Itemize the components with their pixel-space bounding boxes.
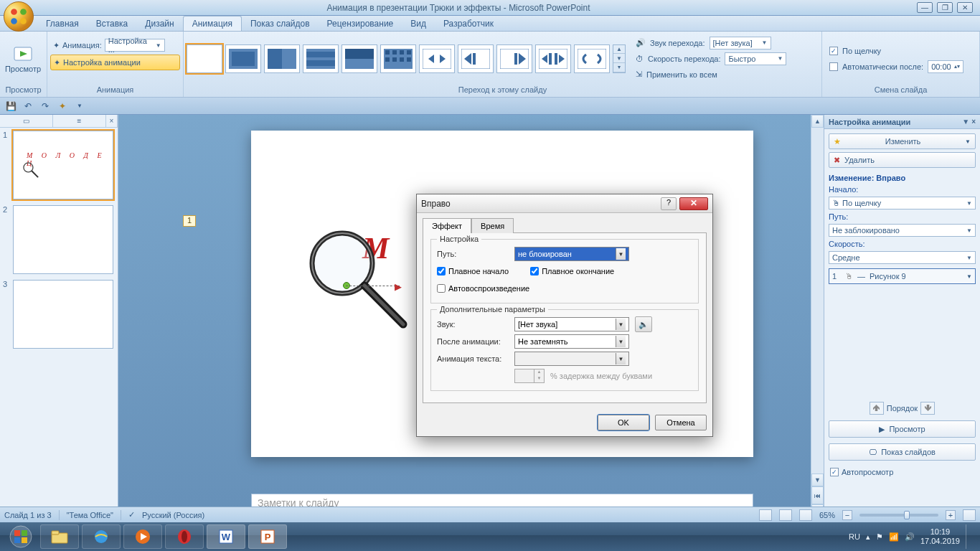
- qat-dropdown[interactable]: ▼: [73, 100, 86, 113]
- move-up[interactable]: 🡹: [870, 402, 884, 415]
- sound-volume-button[interactable]: 🔈: [635, 316, 652, 332]
- transition-item[interactable]: [341, 44, 377, 73]
- scroll-up[interactable]: ▲: [811, 115, 824, 128]
- dialog-tab-timing[interactable]: Время: [471, 218, 514, 233]
- auto-after-time[interactable]: 00:00▴▾: [928, 60, 963, 73]
- transition-item[interactable]: [380, 44, 416, 73]
- animation-dropdown[interactable]: ✦ Анимация: Настройка ...▼: [50, 37, 180, 53]
- start-button[interactable]: [4, 524, 37, 549]
- auto-after-checkbox[interactable]: [829, 62, 838, 71]
- zoom-slider[interactable]: [859, 514, 938, 517]
- sorter-view-button[interactable]: [779, 509, 792, 521]
- effect-menu[interactable]: ▼: [966, 273, 972, 280]
- motion-path[interactable]: [346, 286, 400, 286]
- slide-thumb-2[interactable]: 2: [3, 205, 115, 274]
- panel-tab-slides[interactable]: ▭: [0, 115, 53, 127]
- autopreview-checkbox[interactable]: ✓: [830, 468, 839, 476]
- save-button[interactable]: 💾: [4, 100, 17, 113]
- path-combo[interactable]: Не заблокировано▼: [829, 224, 976, 237]
- taskbar-word[interactable]: W: [207, 524, 245, 549]
- minimize-button[interactable]: —: [917, 2, 933, 13]
- preview-button[interactable]: Просмотр: [3, 34, 43, 84]
- normal-view-button[interactable]: [759, 509, 772, 521]
- panel-tab-outline[interactable]: ≡: [53, 115, 106, 127]
- qat-customize[interactable]: ✦: [56, 100, 69, 113]
- zoom-out[interactable]: −: [842, 510, 852, 520]
- transition-sound-combo[interactable]: [Нет звука]▼: [710, 37, 771, 50]
- custom-animation-button[interactable]: ✦ Настройка анимации: [50, 55, 180, 70]
- smooth-end-checkbox[interactable]: [530, 267, 539, 276]
- transition-item[interactable]: [574, 44, 610, 73]
- transition-none[interactable]: [187, 44, 222, 73]
- on-click-checkbox[interactable]: ✓: [829, 47, 838, 55]
- dialog-after-combo[interactable]: Не затемнять▼: [514, 334, 629, 349]
- close-button[interactable]: ✕: [957, 2, 973, 13]
- fit-to-window[interactable]: [963, 509, 976, 521]
- tab-design[interactable]: Дизайн: [136, 17, 182, 31]
- path-end-marker[interactable]: ▶: [395, 281, 402, 292]
- remove-effect-button[interactable]: ✖Удалить: [829, 152, 976, 168]
- effect-list-item[interactable]: 1 🖱 — Рисунок 9 ▼: [829, 268, 976, 284]
- change-effect-button[interactable]: ★Изменить▼: [829, 133, 976, 149]
- transition-item[interactable]: [419, 44, 455, 73]
- slide-thumb-3[interactable]: 3: [3, 280, 115, 349]
- tab-review[interactable]: Рецензирование: [319, 17, 402, 31]
- speed-combo[interactable]: Средне▼: [829, 251, 976, 264]
- transition-speed-combo[interactable]: Быстро▼: [725, 52, 786, 65]
- slide-thumb-1[interactable]: 1 М О Л О Д Е Ц: [3, 131, 115, 199]
- scroll-down[interactable]: ▼: [811, 474, 824, 486]
- panel-close[interactable]: ×: [106, 115, 118, 127]
- office-button[interactable]: [4, 1, 34, 32]
- tab-developer[interactable]: Разработчик: [435, 17, 502, 31]
- start-combo[interactable]: 🖱 По щелчку▼: [829, 197, 976, 209]
- smooth-start-checkbox[interactable]: [437, 267, 446, 276]
- pane-menu[interactable]: ▼: [962, 118, 969, 126]
- tab-slideshow[interactable]: Показ слайдов: [242, 17, 319, 31]
- play-button[interactable]: ▶Просмотр: [829, 420, 976, 438]
- pane-close[interactable]: ×: [971, 118, 976, 126]
- apply-to-all-button[interactable]: ⇲Применить ко всем: [636, 67, 786, 82]
- taskbar-mediaplayer[interactable]: [123, 524, 162, 549]
- slideshow-view-button[interactable]: [799, 509, 812, 521]
- dialog-tab-effect[interactable]: Эффект: [423, 218, 471, 233]
- tab-home[interactable]: Главная: [37, 17, 88, 31]
- tray-volume-icon[interactable]: 🔊: [905, 532, 915, 542]
- dialog-close[interactable]: ✕: [679, 197, 708, 210]
- tab-view[interactable]: Вид: [402, 17, 435, 31]
- tray-lang[interactable]: RU: [849, 532, 860, 541]
- dialog-path-combo[interactable]: не блокирован▼: [514, 247, 629, 261]
- transition-item[interactable]: [496, 44, 532, 73]
- spellcheck-icon[interactable]: ✓: [128, 510, 135, 519]
- transition-item[interactable]: [225, 44, 261, 73]
- autoreverse-checkbox[interactable]: [437, 284, 446, 293]
- maximize-button[interactable]: ❐: [937, 2, 953, 13]
- redo-button[interactable]: ↷: [39, 100, 52, 113]
- tray-show-hidden[interactable]: ▴: [866, 532, 870, 542]
- tray-flag-icon[interactable]: ⚑: [876, 532, 883, 542]
- taskbar-explorer[interactable]: [40, 524, 79, 549]
- transition-item[interactable]: [535, 44, 571, 73]
- tab-animation[interactable]: Анимация: [183, 16, 242, 31]
- move-down[interactable]: 🡻: [920, 402, 935, 415]
- transition-item[interactable]: [264, 44, 300, 73]
- tab-insert[interactable]: Вставка: [88, 17, 137, 31]
- taskbar-powerpoint[interactable]: P: [248, 524, 287, 549]
- tray-clock[interactable]: 10:19 17.04.2019: [920, 527, 960, 546]
- taskbar-ie[interactable]: [82, 524, 121, 549]
- prev-slide[interactable]: ⏮: [811, 486, 824, 504]
- dialog-cancel-button[interactable]: Отмена: [655, 415, 707, 430]
- undo-button[interactable]: ↶: [22, 100, 34, 113]
- transition-item[interactable]: [458, 44, 494, 73]
- show-desktop[interactable]: [966, 524, 971, 549]
- dialog-sound-combo[interactable]: [Нет звука]▼: [514, 317, 629, 331]
- transition-item[interactable]: [303, 44, 339, 73]
- tray-network-icon[interactable]: 📶: [889, 532, 899, 542]
- slideshow-button[interactable]: 🖵Показ слайдов: [829, 443, 976, 461]
- vertical-scrollbar[interactable]: ▲ ▼: [811, 115, 824, 486]
- zoom-value[interactable]: 65%: [819, 511, 835, 519]
- language-status[interactable]: Русский (Россия): [142, 511, 204, 519]
- taskbar-opera[interactable]: [165, 524, 204, 549]
- dialog-help[interactable]: ?: [661, 197, 677, 210]
- zoom-in[interactable]: +: [946, 510, 956, 520]
- dialog-ok-button[interactable]: OK: [598, 415, 649, 430]
